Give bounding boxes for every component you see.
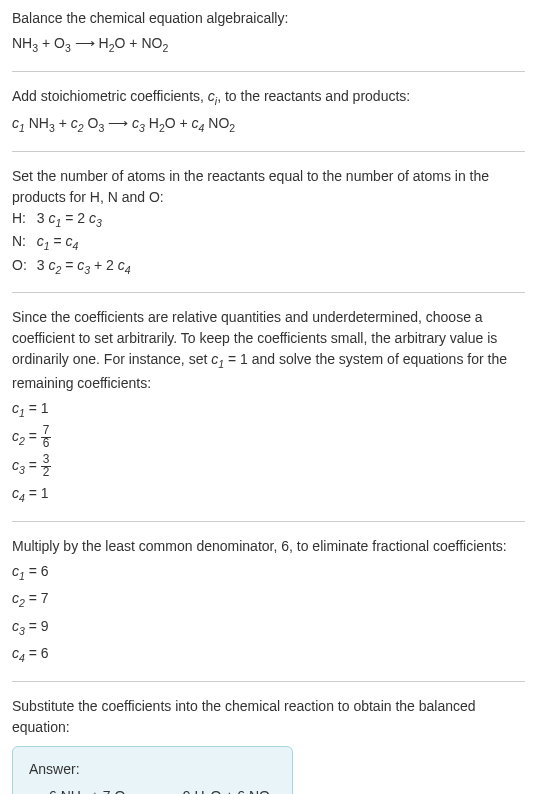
answer-label: Answer: <box>29 759 276 780</box>
mult-text: Multiply by the least common denominator… <box>12 536 525 557</box>
sol-c2: c2 = 76 <box>12 425 525 450</box>
reactant-nh3: NH3 <box>12 35 38 51</box>
unbalanced-equation: NH3 + O3 ⟶ H2O + NO2 <box>12 33 525 57</box>
underdet-text: Since the coefficients are relative quan… <box>12 307 525 394</box>
arrow-icon: ⟶ <box>71 35 99 51</box>
answer-section: Substitute the coefficients into the che… <box>12 696 525 794</box>
divider <box>12 151 525 152</box>
stoich-section: Add stoichiometric coefficients, ci, to … <box>12 86 525 137</box>
atoms-intro: Set the number of atoms in the reactants… <box>12 166 525 208</box>
atom-row-o: O: 3 c2 = c3 + 2 c4 <box>12 255 137 279</box>
mult-c4: c4 = 6 <box>12 643 525 667</box>
atom-balance-table: H: 3 c1 = 2 c3 N: c1 = c4 O: 3 c2 = c3 +… <box>12 208 137 279</box>
divider <box>12 71 525 72</box>
atom-balance-section: Set the number of atoms in the reactants… <box>12 166 525 279</box>
atom-row-h: H: 3 c1 = 2 c3 <box>12 208 137 232</box>
stoich-intro: Add stoichiometric coefficients, ci, to … <box>12 86 525 110</box>
divider <box>12 521 525 522</box>
reactant-o3: O3 <box>54 35 71 51</box>
mult-c3: c3 = 9 <box>12 616 525 640</box>
multiply-section: Multiply by the least common denominator… <box>12 536 525 667</box>
fraction: 32 <box>41 454 52 479</box>
stoich-equation: c1 NH3 + c2 O3 ⟶ c3 H2O + c4 NO2 <box>12 113 525 137</box>
balanced-equation: 6 NH3 + 7 O3 ⟶ ⟶ 9 H2O + 6 NO2 <box>29 786 276 794</box>
sol-c4: c4 = 1 <box>12 483 525 507</box>
intro-section: Balance the chemical equation algebraica… <box>12 8 525 57</box>
subst-text: Substitute the coefficients into the che… <box>12 696 525 738</box>
underdet-section: Since the coefficients are relative quan… <box>12 307 525 506</box>
fraction: 76 <box>41 425 52 450</box>
product-h2o: H2O <box>99 35 126 51</box>
ci-var: ci <box>208 88 217 104</box>
sol-c1: c1 = 1 <box>12 398 525 422</box>
intro-text: Balance the chemical equation algebraica… <box>12 8 525 29</box>
sol-c3: c3 = 32 <box>12 454 525 479</box>
mult-c1: c1 = 6 <box>12 561 525 585</box>
divider <box>12 292 525 293</box>
product-no2: NO2 <box>141 35 168 51</box>
mult-c2: c2 = 7 <box>12 588 525 612</box>
atom-row-n: N: c1 = c4 <box>12 231 137 255</box>
divider <box>12 681 525 682</box>
answer-box: Answer: 6 NH3 + 7 O3 ⟶ ⟶ 9 H2O + 6 NO2 <box>12 746 293 794</box>
